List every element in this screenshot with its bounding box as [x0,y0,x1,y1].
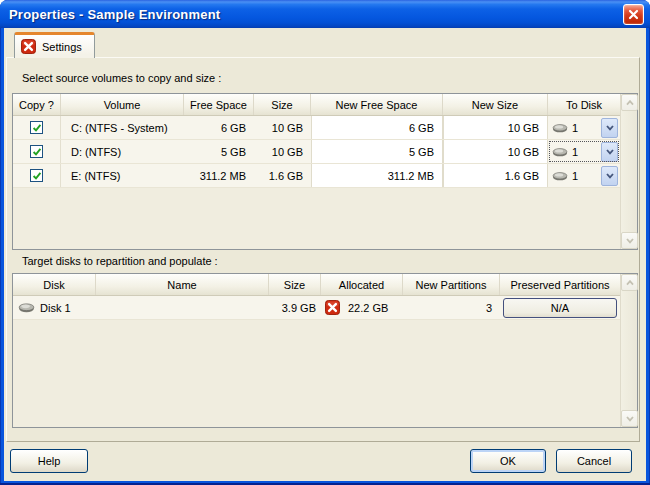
disk-icon [552,123,568,133]
column-header-new-size[interactable]: New Size [443,94,548,115]
source-volume-row[interactable]: C: (NTFS - System) 6 GB 10 GB 6 GB 10 GB… [13,116,620,140]
column-header-copy[interactable]: Copy ? [13,94,61,115]
target-section-label: Target disks to repartition and populate… [22,255,218,269]
window-title: Properties - Sample Environment [0,7,220,22]
chevron-down-icon [606,173,614,179]
disk-icon [18,302,35,313]
column-header-new-free-space[interactable]: New Free Space [311,94,443,115]
copy-checkbox[interactable] [30,121,43,134]
new-size-field[interactable]: 10 GB [443,116,548,139]
to-disk-value: 1 [572,122,578,134]
check-icon [32,147,42,157]
new-free-space-field[interactable]: 5 GB [311,140,443,163]
chevron-down-icon [606,125,614,131]
copy-cell [13,164,61,187]
source-volume-row[interactable]: E: (NTFS) 311.2 MB 1.6 GB 311.2 MB 1.6 G… [13,164,620,188]
ok-button[interactable]: OK [470,449,546,473]
size-cell: 3.9 GB [269,296,321,319]
disk-label: Disk 1 [40,302,71,314]
close-icon [628,9,639,20]
new-free-space-field[interactable]: 311.2 MB [311,164,443,187]
disk-cell: Disk 1 [13,296,96,319]
error-icon [325,300,340,315]
target-table-header: Disk Name Size Allocated New Partitions … [13,274,620,296]
copy-checkbox[interactable] [30,169,43,182]
cancel-button[interactable]: Cancel [556,449,632,473]
volume-cell: C: (NTFS - System) [61,116,184,139]
close-button[interactable] [623,4,644,25]
column-header-size[interactable]: Size [254,94,311,115]
column-header-disk[interactable]: Disk [13,274,96,295]
column-header-preserved-partitions[interactable]: Preserved Partitions [500,274,620,295]
titlebar[interactable]: Properties - Sample Environment [0,0,650,28]
volume-cell: D: (NTFS) [61,140,184,163]
check-icon [32,123,42,133]
column-header-name[interactable]: Name [96,274,269,295]
column-header-free-space[interactable]: Free Space [184,94,254,115]
to-disk-value: 1 [572,146,578,158]
size-cell: 10 GB [254,116,311,139]
to-disk-dropdown[interactable] [601,118,618,138]
source-volumes-table: Copy ? Volume Free Space Size New Free S… [12,93,638,250]
source-volume-row[interactable]: D: (NTFS) 5 GB 10 GB 5 GB 10 GB 1 [13,140,620,164]
preserved-partitions-cell: N/A [500,296,620,319]
column-header-volume[interactable]: Volume [61,94,184,115]
target-disks-table: Disk Name Size Allocated New Partitions … [12,273,638,428]
scroll-down-button[interactable] [621,232,638,249]
copy-checkbox[interactable] [30,145,43,158]
tab-settings-label: Settings [42,40,82,53]
new-size-field[interactable]: 1.6 GB [443,164,548,187]
to-disk-value: 1 [572,170,578,182]
size-cell: 1.6 GB [254,164,311,187]
target-disk-row[interactable]: Disk 1 3.9 GB 22.2 GB 3 N/A [13,296,620,320]
disk-icon [552,147,568,157]
scroll-up-button[interactable] [621,94,638,111]
column-header-size[interactable]: Size [269,274,321,295]
volume-cell: E: (NTFS) [61,164,184,187]
target-table-scrollbar[interactable] [620,274,637,427]
tab-settings[interactable]: Settings [14,32,95,58]
allocated-value: 22.2 GB [348,302,388,314]
chevron-down-icon [626,416,634,422]
new-partitions-cell: 3 [403,296,500,319]
scroll-down-button[interactable] [621,410,638,427]
dialog-client-area: Settings Select source volumes to copy a… [4,28,646,481]
chevron-up-icon [626,280,634,286]
to-disk-dropdown[interactable] [601,166,618,186]
properties-dialog: Properties - Sample Environment Settings… [0,0,650,485]
new-free-space-field[interactable]: 6 GB [311,116,443,139]
source-table-header: Copy ? Volume Free Space Size New Free S… [13,94,620,116]
to-disk-dropdown[interactable] [601,142,618,162]
allocated-cell: 22.2 GB [321,296,403,319]
disk-icon [552,171,568,181]
column-header-new-partitions[interactable]: New Partitions [403,274,500,295]
chevron-up-icon [626,100,634,106]
column-header-to-disk[interactable]: To Disk [548,94,620,115]
source-table-scrollbar[interactable] [620,94,637,249]
column-header-allocated[interactable]: Allocated [321,274,403,295]
to-disk-cell: 1 [548,140,620,163]
free-space-cell: 6 GB [184,116,254,139]
to-disk-cell: 1 [548,116,620,139]
check-icon [32,171,42,181]
chevron-down-icon [626,238,634,244]
settings-tab-icon [21,39,36,54]
preserved-partitions-button[interactable]: N/A [503,298,617,318]
size-cell: 10 GB [254,140,311,163]
free-space-cell: 5 GB [184,140,254,163]
copy-cell [13,140,61,163]
free-space-cell: 311.2 MB [184,164,254,187]
help-button[interactable]: Help [10,449,88,473]
scroll-up-button[interactable] [621,274,638,291]
chevron-down-icon [606,149,614,155]
to-disk-cell: 1 [548,164,620,187]
copy-cell [13,116,61,139]
source-section-label: Select source volumes to copy and size : [22,72,221,86]
name-cell [96,296,269,319]
new-size-field[interactable]: 10 GB [443,140,548,163]
